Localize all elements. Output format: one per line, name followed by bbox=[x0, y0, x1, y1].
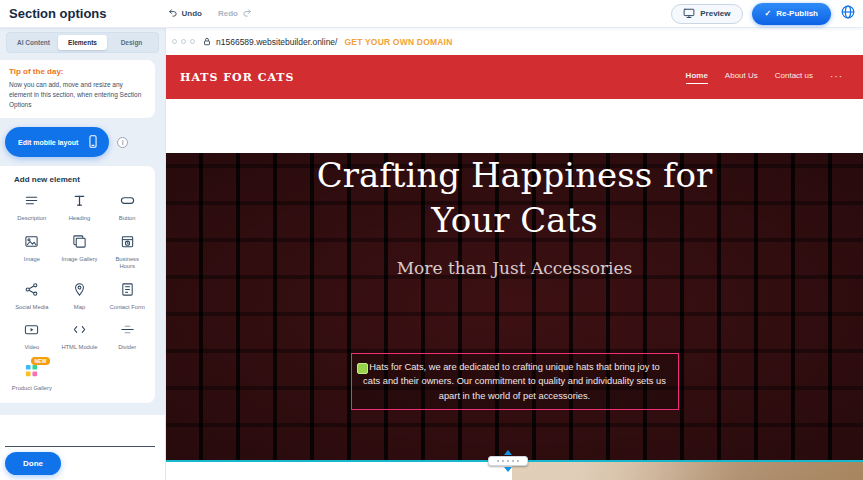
undo-button[interactable]: Undo bbox=[167, 7, 202, 20]
drag-grip bbox=[488, 456, 528, 466]
section-resize-handle[interactable] bbox=[488, 450, 528, 472]
hero-subheading[interactable]: More than Just Accessories bbox=[166, 258, 863, 278]
html-module-icon bbox=[72, 322, 87, 341]
redo-label: Redo bbox=[218, 9, 238, 18]
canvas-area: n1566589.websitebuilder.online/ GET YOUR… bbox=[166, 28, 863, 480]
button-icon bbox=[120, 193, 135, 212]
window-dots bbox=[172, 39, 195, 44]
map-pin-icon bbox=[72, 282, 87, 301]
social-media-icon bbox=[24, 282, 39, 301]
page-title: Section options bbox=[0, 6, 107, 21]
edit-mobile-layout-button[interactable]: Edit mobile layout bbox=[5, 127, 109, 157]
element-item-heading[interactable]: Heading bbox=[56, 193, 104, 223]
product-gallery-icon bbox=[24, 363, 39, 382]
browser-bar: n1566589.websitebuilder.online/ GET YOUR… bbox=[166, 28, 863, 55]
description-icon bbox=[24, 193, 39, 212]
video-icon bbox=[24, 322, 39, 341]
site-logo[interactable]: Hats For Cats bbox=[180, 71, 294, 84]
site-url: n1566589.websitebuilder.online/ bbox=[216, 37, 337, 47]
redo-icon bbox=[242, 7, 253, 20]
element-item-html-module[interactable]: HTML Module bbox=[56, 322, 104, 352]
element-item-product-gallery[interactable]: NEW Product Gallery bbox=[8, 363, 56, 393]
sidebar-tabs: AI Content Elements Design bbox=[6, 32, 159, 53]
get-domain-link[interactable]: GET YOUR OWN DOMAIN bbox=[344, 37, 452, 47]
check-icon: ✓ bbox=[765, 9, 772, 18]
tab-elements[interactable]: Elements bbox=[58, 35, 107, 50]
element-item-divider[interactable]: Divider bbox=[103, 322, 151, 352]
nav-item-contact-us[interactable]: Contact us bbox=[775, 71, 813, 84]
element-item-video[interactable]: Video bbox=[8, 322, 56, 352]
element-item-image-gallery[interactable]: Image Gallery bbox=[56, 234, 104, 271]
tip-body: Now you can add, move and resize any ele… bbox=[9, 80, 146, 109]
element-item-description[interactable]: Description bbox=[8, 193, 56, 223]
window-dot bbox=[181, 39, 186, 44]
nav-more-icon[interactable]: ··· bbox=[830, 71, 843, 84]
site-nav: Home About Us Contact us ··· bbox=[686, 71, 843, 84]
hero-heading[interactable]: Crafting Happiness for Your Cats bbox=[290, 153, 740, 243]
republish-button[interactable]: ✓ Re-Publish bbox=[752, 3, 831, 25]
add-element-title: Add new element bbox=[14, 175, 151, 184]
sidebar: AI Content Elements Design Tip of the da… bbox=[0, 28, 166, 480]
footer-divider bbox=[5, 446, 155, 447]
element-item-image[interactable]: Image bbox=[8, 234, 56, 271]
sidebar-panel: AI Content Elements Design Tip of the da… bbox=[0, 28, 165, 415]
tip-of-the-day-card: Tip of the day: Now you can add, move an… bbox=[0, 60, 155, 118]
undo-icon bbox=[167, 7, 178, 20]
element-grid: Description Heading Button bbox=[8, 193, 151, 392]
info-icon[interactable]: i bbox=[117, 137, 128, 148]
window-dot bbox=[190, 39, 195, 44]
element-item-contact-form[interactable]: Contact Form bbox=[103, 282, 151, 312]
contact-form-icon bbox=[120, 282, 135, 301]
topbar: Section options Undo Redo Preview bbox=[0, 0, 863, 28]
tab-ai-content[interactable]: AI Content bbox=[9, 35, 58, 50]
selected-text-element[interactable]: Hats for Cats, we are dedicated to craft… bbox=[351, 353, 679, 410]
image-gallery-icon bbox=[72, 234, 87, 253]
nav-item-about-us[interactable]: About Us bbox=[725, 71, 758, 84]
history-controls: Undo Redo bbox=[167, 7, 253, 20]
element-item-business-hours[interactable]: Business Hours bbox=[103, 234, 151, 271]
arrow-up-icon bbox=[504, 450, 512, 455]
lock-icon bbox=[202, 33, 212, 51]
tip-title: Tip of the day: bbox=[9, 67, 146, 76]
monitor-icon bbox=[683, 7, 695, 21]
edit-mobile-layout-label: Edit mobile layout bbox=[18, 139, 78, 146]
element-item-social-media[interactable]: Social Media bbox=[8, 282, 56, 312]
undo-label: Undo bbox=[182, 9, 202, 18]
heading-icon bbox=[72, 193, 87, 212]
new-badge: NEW bbox=[31, 357, 49, 365]
sidebar-footer: Done bbox=[0, 415, 165, 480]
smartphone-icon bbox=[86, 134, 100, 150]
redo-button[interactable]: Redo bbox=[218, 7, 253, 20]
tab-design[interactable]: Design bbox=[107, 35, 156, 50]
window-dot bbox=[172, 39, 177, 44]
add-element-card: Add new element Description Heading bbox=[0, 166, 155, 403]
globe-icon bbox=[840, 4, 856, 23]
section-boundary-line bbox=[166, 460, 863, 462]
element-item-map[interactable]: Map bbox=[56, 282, 104, 312]
next-section-image[interactable] bbox=[512, 462, 863, 480]
business-hours-icon bbox=[120, 234, 135, 253]
divider-icon bbox=[120, 322, 135, 341]
mobile-layout-row: Edit mobile layout i bbox=[5, 127, 165, 157]
topbar-actions: Preview ✓ Re-Publish bbox=[671, 3, 863, 25]
republish-label: Re-Publish bbox=[776, 9, 818, 18]
image-icon bbox=[24, 234, 39, 253]
language-globe-button[interactable] bbox=[840, 4, 856, 23]
hero-section[interactable]: Crafting Happiness for Your Cats More th… bbox=[166, 153, 863, 460]
arrow-down-icon bbox=[504, 467, 512, 472]
element-item-button[interactable]: Button bbox=[103, 193, 151, 223]
hero-paragraph[interactable]: Hats for Cats, we are dedicated to craft… bbox=[361, 360, 669, 403]
preview-label: Preview bbox=[700, 9, 730, 18]
preview-button[interactable]: Preview bbox=[671, 4, 742, 24]
element-marker-icon[interactable] bbox=[357, 363, 368, 374]
site-header[interactable]: Hats For Cats Home About Us Contact us ·… bbox=[166, 55, 863, 99]
site-preview: Hats For Cats Home About Us Contact us ·… bbox=[166, 55, 863, 480]
nav-item-home[interactable]: Home bbox=[686, 71, 708, 84]
done-button[interactable]: Done bbox=[5, 452, 61, 475]
